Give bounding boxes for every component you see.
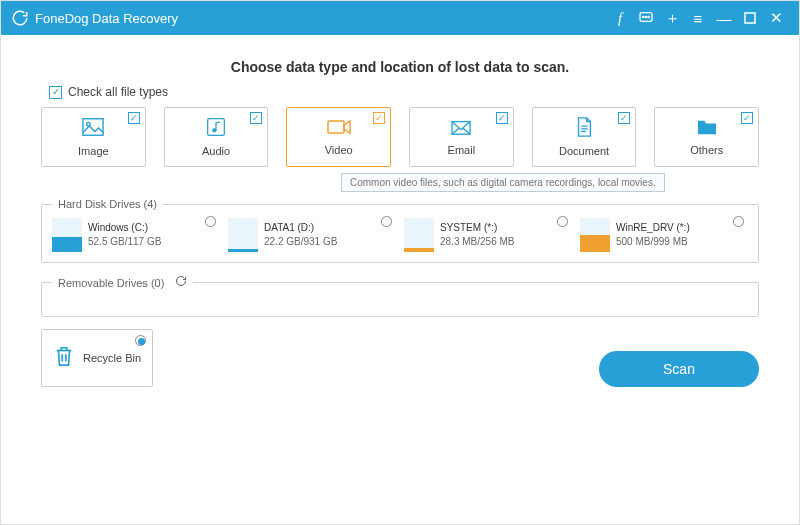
card-label: Email: [448, 144, 476, 156]
recycle-bin-option[interactable]: Recycle Bin: [41, 329, 153, 387]
radio-icon: [135, 335, 146, 346]
title-bar: FoneDog Data Recovery f ＋ ≡ ― ✕: [1, 1, 799, 35]
removable-legend: Removable Drives (0): [52, 275, 193, 289]
file-type-cards: ✓ Image ✓ Audio ✓ Video ✓ Email ✓ Docume…: [41, 107, 759, 167]
drive-item[interactable]: WinRE_DRV (*:)500 MB/999 MB: [580, 218, 748, 252]
drive-item[interactable]: SYSTEM (*:)28.3 MB/256 MB: [404, 218, 572, 252]
svg-rect-9: [328, 121, 344, 133]
svg-rect-13: [54, 244, 59, 249]
svg-rect-5: [83, 119, 103, 136]
checkbox-icon: ✓: [373, 112, 385, 124]
checkbox-icon: ✓: [250, 112, 262, 124]
checkbox-icon: ✓: [128, 112, 140, 124]
drive-size: 22.2 GB/931 GB: [264, 236, 337, 247]
radio-icon: [381, 216, 392, 227]
drive-icon: [580, 218, 610, 252]
card-others[interactable]: ✓ Others: [654, 107, 759, 167]
trash-icon: [53, 344, 75, 372]
card-video[interactable]: ✓ Video: [286, 107, 391, 167]
card-label: Image: [78, 145, 109, 157]
minimize-icon[interactable]: ―: [711, 5, 737, 31]
drive-size: 52.5 GB/117 GB: [88, 236, 161, 247]
check-all-toggle[interactable]: ✓ Check all file types: [49, 85, 759, 99]
check-all-label: Check all file types: [68, 85, 168, 99]
radio-icon: [205, 216, 216, 227]
drive-name: DATA1 (D:): [264, 222, 314, 233]
card-label: Document: [559, 145, 609, 157]
email-icon: [450, 118, 472, 140]
drive-icon: [228, 218, 258, 252]
card-document[interactable]: ✓ Document: [532, 107, 637, 167]
hdd-legend: Hard Disk Drives (4): [52, 198, 163, 210]
card-label: Others: [690, 144, 723, 156]
checkbox-icon: ✓: [496, 112, 508, 124]
svg-rect-11: [54, 238, 59, 243]
folder-icon: [696, 118, 718, 140]
svg-rect-14: [60, 244, 65, 249]
feedback-icon[interactable]: [633, 5, 659, 31]
checkbox-icon: ✓: [618, 112, 630, 124]
refresh-icon[interactable]: [175, 277, 187, 289]
removable-section: Removable Drives (0): [41, 275, 759, 317]
drive-item[interactable]: DATA1 (D:)22.2 GB/931 GB: [228, 218, 396, 252]
svg-point-3: [648, 16, 649, 17]
svg-point-1: [643, 16, 644, 17]
drive-icon: [404, 218, 434, 252]
hard-disk-section: Hard Disk Drives (4) Windows (C:)52.5 GB…: [41, 198, 759, 263]
drive-size: 500 MB/999 MB: [616, 236, 688, 247]
drive-icon: [52, 218, 82, 252]
card-image[interactable]: ✓ Image: [41, 107, 146, 167]
card-label: Audio: [202, 145, 230, 157]
svg-point-2: [645, 16, 646, 17]
document-icon: [575, 117, 593, 141]
app-title: FoneDog Data Recovery: [35, 11, 178, 26]
drive-name: SYSTEM (*:): [440, 222, 497, 233]
audio-icon: [206, 117, 226, 141]
app-logo-icon: [11, 9, 29, 27]
close-icon[interactable]: ✕: [763, 5, 789, 31]
recycle-label: Recycle Bin: [83, 352, 141, 364]
radio-icon: [733, 216, 744, 227]
drive-name: WinRE_DRV (*:): [616, 222, 690, 233]
image-icon: [82, 117, 104, 141]
drive-size: 28.3 MB/256 MB: [440, 236, 514, 247]
video-tooltip: Common video files, such as digital came…: [341, 173, 665, 192]
video-icon: [327, 118, 351, 140]
svg-rect-12: [60, 238, 65, 243]
menu-icon[interactable]: ≡: [685, 5, 711, 31]
drive-name: Windows (C:): [88, 222, 148, 233]
card-audio[interactable]: ✓ Audio: [164, 107, 269, 167]
facebook-icon[interactable]: f: [607, 5, 633, 31]
svg-rect-4: [745, 13, 755, 23]
maximize-icon[interactable]: [737, 5, 763, 31]
card-label: Video: [325, 144, 353, 156]
radio-icon: [557, 216, 568, 227]
checkbox-icon: ✓: [49, 86, 62, 99]
page-heading: Choose data type and location of lost da…: [41, 59, 759, 75]
drive-item[interactable]: Windows (C:)52.5 GB/117 GB: [52, 218, 220, 252]
card-email[interactable]: ✓ Email: [409, 107, 514, 167]
checkbox-icon: ✓: [741, 112, 753, 124]
add-icon[interactable]: ＋: [659, 5, 685, 31]
scan-button[interactable]: Scan: [599, 351, 759, 387]
